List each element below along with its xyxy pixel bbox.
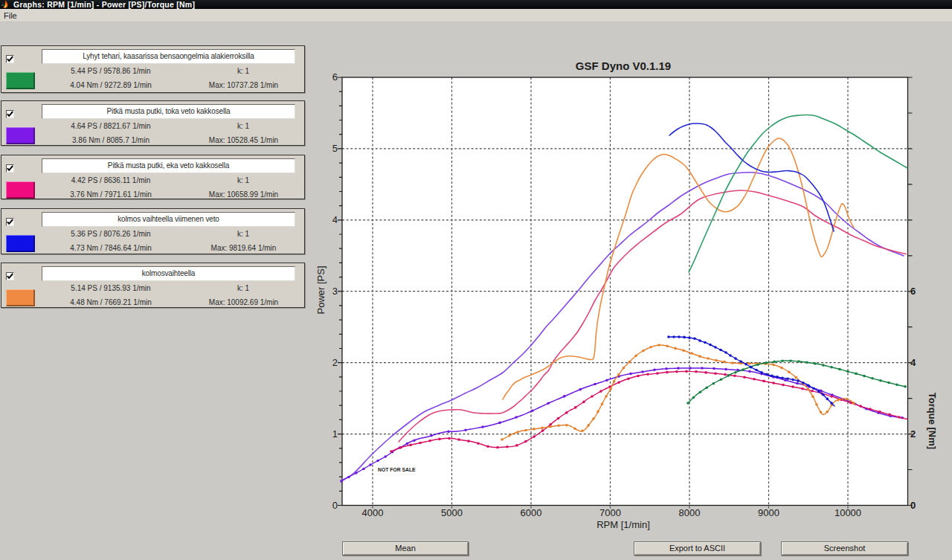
svg-text:6: 6 bbox=[332, 71, 338, 83]
svg-text:Power [PS]: Power [PS] bbox=[315, 265, 327, 314]
svg-text:1: 1 bbox=[332, 428, 338, 440]
svg-text:7000: 7000 bbox=[599, 507, 621, 518]
svg-text:0: 0 bbox=[332, 500, 338, 511]
svg-text:10000: 10000 bbox=[834, 507, 861, 518]
svg-text:4: 4 bbox=[910, 357, 916, 368]
svg-text:NOT FOR SALE: NOT FOR SALE bbox=[378, 467, 416, 472]
svg-text:2: 2 bbox=[332, 357, 338, 368]
svg-text:0: 0 bbox=[910, 500, 916, 511]
svg-text:6: 6 bbox=[910, 286, 916, 297]
svg-text:2: 2 bbox=[910, 428, 916, 440]
svg-text:4: 4 bbox=[332, 214, 338, 225]
svg-text:RPM [1/min]: RPM [1/min] bbox=[596, 519, 650, 530]
svg-text:8000: 8000 bbox=[679, 507, 701, 518]
svg-text:3: 3 bbox=[332, 286, 338, 297]
svg-text:9000: 9000 bbox=[758, 507, 779, 518]
svg-text:5000: 5000 bbox=[441, 507, 463, 518]
svg-text:5: 5 bbox=[332, 143, 338, 154]
svg-text:6000: 6000 bbox=[521, 507, 542, 518]
svg-text:Torque [Nm]: Torque [Nm] bbox=[927, 393, 938, 449]
svg-text:GSF Dyno V0.1.19: GSF Dyno V0.1.19 bbox=[576, 59, 671, 72]
svg-text:4000: 4000 bbox=[362, 507, 384, 518]
